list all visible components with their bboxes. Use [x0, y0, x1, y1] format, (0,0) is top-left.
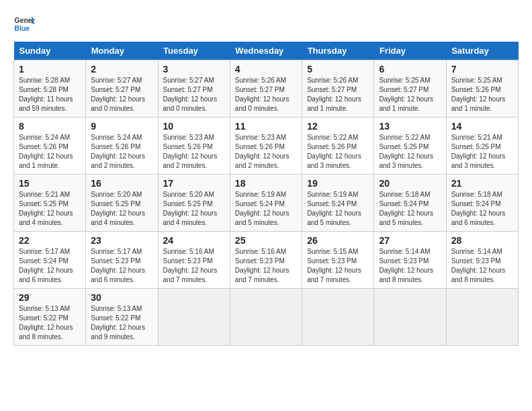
day-info: Sunrise: 5:23 AM Sunset: 5:26 PM Dayligh…: [163, 133, 225, 171]
day-number: 8: [19, 121, 81, 132]
day-number: 14: [451, 121, 513, 132]
day-info: Sunrise: 5:17 AM Sunset: 5:23 PM Dayligh…: [91, 247, 152, 285]
day-number: 10: [163, 121, 225, 132]
day-number: 20: [379, 178, 441, 189]
day-number: 9: [91, 121, 152, 132]
day-info: Sunrise: 5:13 AM Sunset: 5:22 PM Dayligh…: [91, 304, 152, 342]
day-info: Sunrise: 5:23 AM Sunset: 5:26 PM Dayligh…: [235, 133, 297, 171]
calendar-cell: 18Sunrise: 5:19 AM Sunset: 5:24 PM Dayli…: [230, 175, 302, 232]
day-info: Sunrise: 5:19 AM Sunset: 5:24 PM Dayligh…: [235, 190, 297, 228]
calendar-table: SundayMondayTuesdayWednesdayThursdayFrid…: [13, 42, 519, 346]
day-number: 28: [451, 235, 513, 246]
calendar-cell: 26Sunrise: 5:15 AM Sunset: 5:23 PM Dayli…: [302, 232, 374, 289]
svg-text:Blue: Blue: [15, 25, 30, 32]
calendar-cell: 19Sunrise: 5:19 AM Sunset: 5:24 PM Dayli…: [302, 175, 374, 232]
calendar-cell: 25Sunrise: 5:16 AM Sunset: 5:23 PM Dayli…: [230, 232, 302, 289]
day-number: 25: [235, 235, 297, 246]
day-info: Sunrise: 5:20 AM Sunset: 5:25 PM Dayligh…: [163, 190, 225, 228]
calendar-cell: 10Sunrise: 5:23 AM Sunset: 5:26 PM Dayli…: [158, 118, 230, 175]
calendar-cell: [158, 289, 230, 346]
calendar-header-wednesday: Wednesday: [230, 42, 302, 60]
calendar-cell: 9Sunrise: 5:24 AM Sunset: 5:26 PM Daylig…: [86, 118, 158, 175]
calendar-cell: 5Sunrise: 5:26 AM Sunset: 5:27 PM Daylig…: [302, 60, 374, 118]
calendar-header-thursday: Thursday: [302, 42, 374, 60]
day-info: Sunrise: 5:25 AM Sunset: 5:26 PM Dayligh…: [451, 76, 513, 113]
day-info: Sunrise: 5:27 AM Sunset: 5:27 PM Dayligh…: [91, 76, 152, 113]
calendar-cell: 21Sunrise: 5:18 AM Sunset: 5:24 PM Dayli…: [446, 175, 518, 232]
day-info: Sunrise: 5:14 AM Sunset: 5:23 PM Dayligh…: [379, 247, 441, 285]
calendar-cell: 13Sunrise: 5:22 AM Sunset: 5:25 PM Dayli…: [374, 118, 446, 175]
calendar-cell: 14Sunrise: 5:21 AM Sunset: 5:25 PM Dayli…: [446, 118, 518, 175]
day-info: Sunrise: 5:18 AM Sunset: 5:24 PM Dayligh…: [379, 190, 441, 228]
page-header: General Blue: [13, 13, 519, 35]
calendar-cell: 12Sunrise: 5:22 AM Sunset: 5:26 PM Dayli…: [302, 118, 374, 175]
calendar-week-5: 29Sunrise: 5:13 AM Sunset: 5:22 PM Dayli…: [14, 289, 519, 346]
day-number: 7: [451, 64, 513, 75]
day-info: Sunrise: 5:16 AM Sunset: 5:23 PM Dayligh…: [163, 247, 225, 285]
day-number: 13: [379, 121, 441, 132]
calendar-header-saturday: Saturday: [446, 42, 518, 60]
calendar-cell: 29Sunrise: 5:13 AM Sunset: 5:22 PM Dayli…: [14, 289, 86, 346]
day-number: 5: [307, 64, 369, 75]
calendar-week-4: 22Sunrise: 5:17 AM Sunset: 5:24 PM Dayli…: [14, 232, 519, 289]
calendar-cell: 6Sunrise: 5:25 AM Sunset: 5:27 PM Daylig…: [374, 60, 446, 118]
day-info: Sunrise: 5:17 AM Sunset: 5:24 PM Dayligh…: [19, 247, 81, 285]
day-number: 11: [235, 121, 297, 132]
calendar-header-monday: Monday: [86, 42, 158, 60]
calendar-cell: 1Sunrise: 5:28 AM Sunset: 5:28 PM Daylig…: [14, 60, 86, 118]
day-number: 4: [235, 64, 297, 75]
day-info: Sunrise: 5:22 AM Sunset: 5:25 PM Dayligh…: [379, 133, 441, 171]
calendar-body: 1Sunrise: 5:28 AM Sunset: 5:28 PM Daylig…: [14, 60, 519, 346]
day-number: 29: [19, 292, 81, 303]
day-number: 27: [379, 235, 441, 246]
day-info: Sunrise: 5:22 AM Sunset: 5:26 PM Dayligh…: [307, 133, 369, 171]
day-number: 19: [307, 178, 369, 189]
calendar-week-3: 15Sunrise: 5:21 AM Sunset: 5:25 PM Dayli…: [14, 175, 519, 232]
day-number: 15: [19, 178, 81, 189]
calendar-cell: 4Sunrise: 5:26 AM Sunset: 5:27 PM Daylig…: [230, 60, 302, 118]
day-number: 2: [91, 64, 152, 75]
calendar-cell: 3Sunrise: 5:27 AM Sunset: 5:27 PM Daylig…: [158, 60, 230, 118]
calendar-week-2: 8Sunrise: 5:24 AM Sunset: 5:26 PM Daylig…: [14, 118, 519, 175]
day-number: 30: [91, 292, 152, 303]
calendar-header-row: SundayMondayTuesdayWednesdayThursdayFrid…: [14, 42, 519, 60]
day-number: 21: [451, 178, 513, 189]
day-info: Sunrise: 5:26 AM Sunset: 5:27 PM Dayligh…: [235, 76, 297, 113]
day-info: Sunrise: 5:24 AM Sunset: 5:26 PM Dayligh…: [91, 133, 152, 171]
day-number: 3: [163, 64, 225, 75]
day-info: Sunrise: 5:18 AM Sunset: 5:24 PM Dayligh…: [451, 190, 513, 228]
day-info: Sunrise: 5:15 AM Sunset: 5:23 PM Dayligh…: [307, 247, 369, 285]
calendar-cell: 22Sunrise: 5:17 AM Sunset: 5:24 PM Dayli…: [14, 232, 86, 289]
calendar-cell: 28Sunrise: 5:14 AM Sunset: 5:23 PM Dayli…: [446, 232, 518, 289]
day-info: Sunrise: 5:24 AM Sunset: 5:26 PM Dayligh…: [19, 133, 81, 171]
logo-icon: General Blue: [13, 13, 35, 35]
calendar-cell: 15Sunrise: 5:21 AM Sunset: 5:25 PM Dayli…: [14, 175, 86, 232]
calendar-cell: 11Sunrise: 5:23 AM Sunset: 5:26 PM Dayli…: [230, 118, 302, 175]
day-number: 22: [19, 235, 81, 246]
day-info: Sunrise: 5:13 AM Sunset: 5:22 PM Dayligh…: [19, 304, 81, 342]
day-info: Sunrise: 5:14 AM Sunset: 5:23 PM Dayligh…: [451, 247, 513, 285]
calendar-cell: 24Sunrise: 5:16 AM Sunset: 5:23 PM Dayli…: [158, 232, 230, 289]
day-number: 26: [307, 235, 369, 246]
calendar-cell: [302, 289, 374, 346]
calendar-header-friday: Friday: [374, 42, 446, 60]
calendar-header-sunday: Sunday: [14, 42, 86, 60]
calendar-cell: 27Sunrise: 5:14 AM Sunset: 5:23 PM Dayli…: [374, 232, 446, 289]
calendar-header-tuesday: Tuesday: [158, 42, 230, 60]
day-info: Sunrise: 5:21 AM Sunset: 5:25 PM Dayligh…: [19, 190, 81, 228]
day-info: Sunrise: 5:26 AM Sunset: 5:27 PM Dayligh…: [307, 76, 369, 113]
calendar-cell: 30Sunrise: 5:13 AM Sunset: 5:22 PM Dayli…: [86, 289, 158, 346]
day-info: Sunrise: 5:20 AM Sunset: 5:25 PM Dayligh…: [91, 190, 152, 228]
logo: General Blue: [13, 13, 35, 35]
calendar-week-1: 1Sunrise: 5:28 AM Sunset: 5:28 PM Daylig…: [14, 60, 519, 118]
calendar-cell: [230, 289, 302, 346]
calendar-cell: 16Sunrise: 5:20 AM Sunset: 5:25 PM Dayli…: [86, 175, 158, 232]
calendar-cell: [374, 289, 446, 346]
calendar-cell: 7Sunrise: 5:25 AM Sunset: 5:26 PM Daylig…: [446, 60, 518, 118]
calendar-cell: 17Sunrise: 5:20 AM Sunset: 5:25 PM Dayli…: [158, 175, 230, 232]
calendar-cell: 2Sunrise: 5:27 AM Sunset: 5:27 PM Daylig…: [86, 60, 158, 118]
day-info: Sunrise: 5:16 AM Sunset: 5:23 PM Dayligh…: [235, 247, 297, 285]
day-info: Sunrise: 5:28 AM Sunset: 5:28 PM Dayligh…: [19, 76, 81, 113]
day-info: Sunrise: 5:19 AM Sunset: 5:24 PM Dayligh…: [307, 190, 369, 228]
calendar-cell: 8Sunrise: 5:24 AM Sunset: 5:26 PM Daylig…: [14, 118, 86, 175]
